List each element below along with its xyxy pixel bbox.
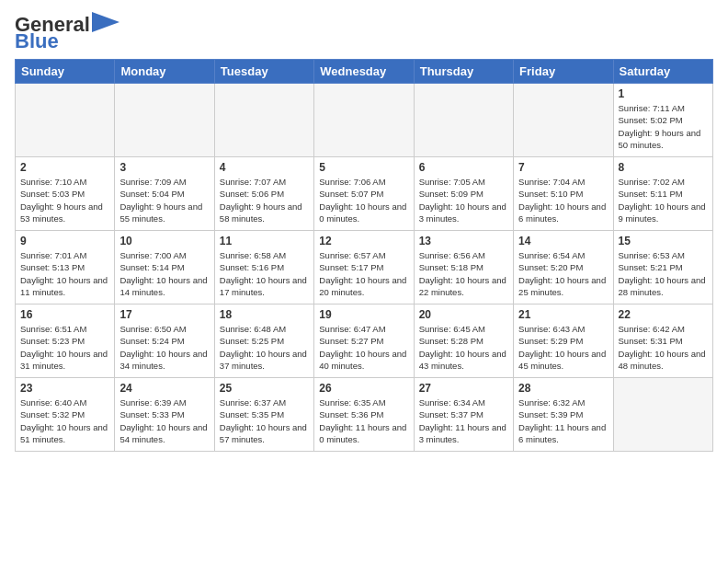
day-info: Sunrise: 6:57 AM Sunset: 5:17 PM Dayligh… [319, 249, 408, 298]
calendar-header-row: SundayMondayTuesdayWednesdayThursdayFrid… [16, 60, 713, 84]
weekday-header: Wednesday [314, 60, 414, 84]
calendar-cell: 1Sunrise: 7:11 AM Sunset: 5:02 PM Daylig… [613, 84, 712, 157]
calendar-cell: 16Sunrise: 6:51 AM Sunset: 5:23 PM Dayli… [16, 304, 115, 378]
calendar-cell: 26Sunrise: 6:35 AM Sunset: 5:36 PM Dayli… [314, 378, 414, 452]
calendar-cell: 24Sunrise: 6:39 AM Sunset: 5:33 PM Dayli… [115, 378, 214, 452]
calendar-cell: 7Sunrise: 7:04 AM Sunset: 5:10 PM Daylig… [514, 157, 613, 231]
week-row: 23Sunrise: 6:40 AM Sunset: 5:32 PM Dayli… [16, 378, 713, 452]
day-number: 19 [319, 308, 408, 321]
calendar-cell: 4Sunrise: 7:07 AM Sunset: 5:06 PM Daylig… [214, 157, 313, 231]
calendar-cell: 9Sunrise: 7:01 AM Sunset: 5:13 PM Daylig… [16, 231, 115, 304]
day-number: 26 [319, 382, 408, 395]
logo: General Blue [15, 15, 119, 52]
calendar-table: SundayMondayTuesdayWednesdayThursdayFrid… [15, 59, 713, 452]
calendar-cell: 17Sunrise: 6:50 AM Sunset: 5:24 PM Dayli… [115, 304, 214, 378]
calendar-cell: 6Sunrise: 7:05 AM Sunset: 5:09 PM Daylig… [414, 157, 513, 231]
day-info: Sunrise: 6:54 AM Sunset: 5:20 PM Dayligh… [518, 249, 608, 298]
day-number: 18 [220, 308, 309, 321]
calendar-cell [214, 84, 313, 157]
day-info: Sunrise: 6:48 AM Sunset: 5:25 PM Dayligh… [220, 323, 309, 372]
day-info: Sunrise: 7:09 AM Sunset: 5:04 PM Dayligh… [119, 176, 209, 224]
weekday-header: Sunday [16, 60, 115, 84]
calendar-cell [613, 378, 712, 452]
day-info: Sunrise: 6:51 AM Sunset: 5:23 PM Dayligh… [20, 323, 109, 372]
calendar-cell: 12Sunrise: 6:57 AM Sunset: 5:17 PM Dayli… [314, 231, 414, 304]
day-number: 24 [119, 382, 209, 395]
day-info: Sunrise: 7:01 AM Sunset: 5:13 PM Dayligh… [20, 249, 109, 298]
weekday-header: Saturday [613, 60, 712, 84]
day-info: Sunrise: 6:47 AM Sunset: 5:27 PM Dayligh… [319, 323, 408, 372]
logo-blue-text: Blue [15, 31, 59, 52]
calendar-cell: 8Sunrise: 7:02 AM Sunset: 5:11 PM Daylig… [613, 157, 712, 231]
weekday-header: Thursday [414, 60, 513, 84]
calendar-cell: 21Sunrise: 6:43 AM Sunset: 5:29 PM Dayli… [514, 304, 613, 378]
calendar-cell: 15Sunrise: 6:53 AM Sunset: 5:21 PM Dayli… [613, 231, 712, 304]
calendar-cell: 13Sunrise: 6:56 AM Sunset: 5:18 PM Dayli… [414, 231, 513, 304]
calendar-cell: 5Sunrise: 7:06 AM Sunset: 5:07 PM Daylig… [314, 157, 414, 231]
day-info: Sunrise: 6:43 AM Sunset: 5:29 PM Dayligh… [518, 323, 608, 372]
calendar-cell: 10Sunrise: 7:00 AM Sunset: 5:14 PM Dayli… [115, 231, 214, 304]
day-info: Sunrise: 6:50 AM Sunset: 5:24 PM Dayligh… [119, 323, 209, 372]
day-number: 15 [619, 235, 708, 247]
day-number: 1 [619, 87, 708, 100]
calendar-cell [115, 84, 214, 157]
day-number: 11 [220, 235, 309, 247]
calendar-cell: 19Sunrise: 6:47 AM Sunset: 5:27 PM Dayli… [314, 304, 414, 378]
calendar-cell [16, 84, 115, 157]
day-info: Sunrise: 6:32 AM Sunset: 5:39 PM Dayligh… [518, 396, 608, 445]
day-info: Sunrise: 6:56 AM Sunset: 5:18 PM Dayligh… [419, 249, 508, 298]
day-number: 14 [518, 235, 608, 247]
day-info: Sunrise: 7:10 AM Sunset: 5:03 PM Dayligh… [20, 176, 109, 224]
day-number: 9 [20, 235, 109, 247]
day-info: Sunrise: 7:02 AM Sunset: 5:11 PM Dayligh… [619, 176, 708, 224]
day-info: Sunrise: 7:07 AM Sunset: 5:06 PM Dayligh… [220, 176, 309, 224]
calendar-cell: 3Sunrise: 7:09 AM Sunset: 5:04 PM Daylig… [115, 157, 214, 231]
day-number: 3 [119, 161, 209, 174]
day-number: 21 [518, 308, 608, 321]
calendar-cell: 25Sunrise: 6:37 AM Sunset: 5:35 PM Dayli… [214, 378, 313, 452]
day-number: 4 [220, 161, 309, 174]
calendar-cell: 23Sunrise: 6:40 AM Sunset: 5:32 PM Dayli… [16, 378, 115, 452]
weekday-header: Tuesday [214, 60, 313, 84]
calendar-cell: 2Sunrise: 7:10 AM Sunset: 5:03 PM Daylig… [16, 157, 115, 231]
day-number: 16 [20, 308, 109, 321]
weekday-header: Monday [115, 60, 214, 84]
week-row: 9Sunrise: 7:01 AM Sunset: 5:13 PM Daylig… [16, 231, 713, 304]
calendar-cell: 27Sunrise: 6:34 AM Sunset: 5:37 PM Dayli… [414, 378, 513, 452]
svg-marker-0 [92, 12, 119, 32]
day-number: 2 [20, 161, 109, 174]
day-number: 5 [319, 161, 408, 174]
day-number: 12 [319, 235, 408, 247]
day-number: 23 [20, 382, 109, 395]
day-number: 10 [119, 235, 209, 247]
day-info: Sunrise: 6:34 AM Sunset: 5:37 PM Dayligh… [419, 396, 508, 445]
day-number: 20 [419, 308, 508, 321]
day-info: Sunrise: 6:53 AM Sunset: 5:21 PM Dayligh… [619, 249, 708, 298]
day-number: 8 [619, 161, 708, 174]
day-number: 7 [518, 161, 608, 174]
day-info: Sunrise: 7:06 AM Sunset: 5:07 PM Dayligh… [319, 176, 408, 224]
day-number: 22 [619, 308, 708, 321]
day-number: 6 [419, 161, 508, 174]
calendar-cell: 22Sunrise: 6:42 AM Sunset: 5:31 PM Dayli… [613, 304, 712, 378]
calendar-cell [314, 84, 414, 157]
day-info: Sunrise: 6:42 AM Sunset: 5:31 PM Dayligh… [619, 323, 708, 372]
day-number: 27 [419, 382, 508, 395]
day-info: Sunrise: 6:40 AM Sunset: 5:32 PM Dayligh… [20, 396, 109, 445]
calendar-cell: 20Sunrise: 6:45 AM Sunset: 5:28 PM Dayli… [414, 304, 513, 378]
day-info: Sunrise: 7:04 AM Sunset: 5:10 PM Dayligh… [518, 176, 608, 224]
day-number: 17 [119, 308, 209, 321]
day-number: 28 [518, 382, 608, 395]
calendar-cell [414, 84, 513, 157]
day-number: 13 [419, 235, 508, 247]
calendar-cell: 14Sunrise: 6:54 AM Sunset: 5:20 PM Dayli… [514, 231, 613, 304]
logo-arrow-icon [92, 12, 119, 32]
calendar-cell: 28Sunrise: 6:32 AM Sunset: 5:39 PM Dayli… [514, 378, 613, 452]
calendar-cell [514, 84, 613, 157]
calendar-cell: 18Sunrise: 6:48 AM Sunset: 5:25 PM Dayli… [214, 304, 313, 378]
day-info: Sunrise: 7:05 AM Sunset: 5:09 PM Dayligh… [419, 176, 508, 224]
day-info: Sunrise: 6:37 AM Sunset: 5:35 PM Dayligh… [220, 396, 309, 445]
day-number: 25 [220, 382, 309, 395]
page-header: General Blue [15, 15, 713, 52]
week-row: 2Sunrise: 7:10 AM Sunset: 5:03 PM Daylig… [16, 157, 713, 231]
